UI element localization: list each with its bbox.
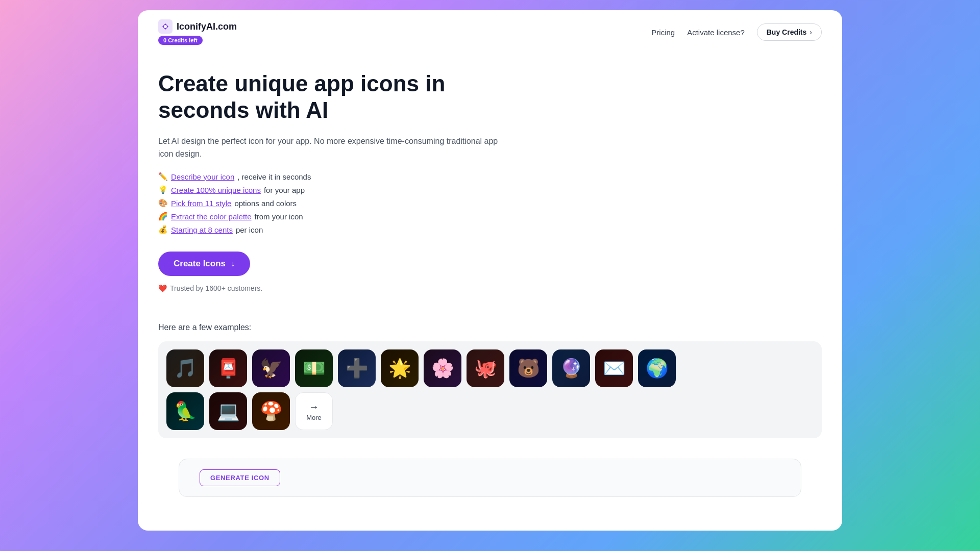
more-label: More [306, 414, 322, 421]
logo-row: IconifyAI.com [158, 19, 237, 34]
hero-section: Create unique app icons in seconds with … [138, 45, 526, 308]
create-icons-button[interactable]: Create Icons ↓ [158, 252, 250, 276]
logo-text: IconifyAI.com [177, 21, 237, 32]
feature-item-style: 🎨 Pick from 11 style options and colors [158, 198, 505, 208]
examples-title: Here are a few examples: [158, 323, 822, 332]
palette-link[interactable]: Extract the color palette [171, 212, 252, 221]
more-button[interactable]: → More [295, 392, 333, 430]
feature-item-price: 💰 Starting at 8 cents per icon [158, 225, 505, 234]
feature-item-unique: 💡 Create 100% unique icons for your app [158, 185, 505, 194]
icon-globe[interactable]: 🌍 [638, 349, 676, 387]
feature-item-describe: ✏️ Describe your icon , receive it in se… [158, 172, 505, 181]
icon-music[interactable]: 🎵 [166, 349, 204, 387]
generate-icon-button[interactable]: GENERATE ICON [200, 469, 280, 486]
header: IconifyAI.com 0 Credits left Pricing Act… [138, 10, 842, 45]
icons-row-2: 🦜 💻 🍄 → More [166, 392, 814, 430]
feature-list: ✏️ Describe your icon , receive it in se… [158, 172, 505, 234]
generate-section-wrap: GENERATE ICON [138, 448, 842, 507]
icon-blue-crystal[interactable]: 🔮 [552, 349, 590, 387]
icon-plus[interactable]: ➕ [338, 349, 376, 387]
arrow-right-icon: → [309, 401, 319, 413]
icon-stamp[interactable]: 📮 [209, 349, 247, 387]
buy-credits-button[interactable]: Buy Credits › [757, 23, 822, 41]
icon-octopus[interactable]: 🐙 [467, 349, 504, 387]
hero-subtitle: Let AI design the perfect icon for your … [158, 135, 505, 161]
nav-right: Pricing Activate license? Buy Credits › [651, 23, 822, 41]
examples-grid: 🎵 📮 🦅 💵 ➕ 🌟 🌸 🐙 🐻 🔮 ✉️ 🌍 🦜 💻 🍄 → [158, 341, 822, 438]
trusted-text: ❤️ Trusted by 1600+ customers. [158, 284, 505, 292]
icon-mushroom[interactable]: 🍄 [252, 392, 290, 430]
icon-orange[interactable]: 🌟 [381, 349, 419, 387]
icon-laptop[interactable]: 💻 [209, 392, 247, 430]
icon-lotus[interactable]: 🌸 [424, 349, 461, 387]
price-link[interactable]: Starting at 8 cents [171, 226, 233, 234]
credits-badge: 0 Credits left [158, 36, 203, 45]
style-link[interactable]: Pick from 11 style [171, 199, 231, 208]
icon-bear[interactable]: 🐻 [509, 349, 547, 387]
feature-item-palette: 🌈 Extract the color palette from your ic… [158, 212, 505, 221]
generate-section: GENERATE ICON [179, 459, 801, 497]
arrow-down-icon: ↓ [231, 259, 235, 268]
icon-money[interactable]: 💵 [295, 349, 333, 387]
logo-area: IconifyAI.com 0 Credits left [158, 19, 237, 45]
chevron-right-icon: › [810, 28, 812, 36]
svg-point-1 [164, 25, 167, 28]
icon-bird2[interactable]: 🦜 [166, 392, 204, 430]
main-card: IconifyAI.com 0 Credits left Pricing Act… [138, 10, 842, 531]
heart-icon: ❤️ [158, 284, 167, 292]
activate-link[interactable]: Activate license? [687, 28, 745, 37]
icon-bird[interactable]: 🦅 [252, 349, 290, 387]
unique-link[interactable]: Create 100% unique icons [171, 186, 261, 194]
icons-row-1: 🎵 📮 🦅 💵 ➕ 🌟 🌸 🐙 🐻 🔮 ✉️ 🌍 [166, 349, 814, 387]
icon-mail[interactable]: ✉️ [595, 349, 633, 387]
pricing-link[interactable]: Pricing [651, 28, 675, 37]
logo-icon [158, 19, 173, 34]
describe-link[interactable]: Describe your icon [171, 172, 234, 181]
examples-section: Here are a few examples: 🎵 📮 🦅 💵 ➕ 🌟 🌸 🐙… [138, 308, 842, 448]
hero-title: Create unique app icons in seconds with … [158, 70, 505, 123]
